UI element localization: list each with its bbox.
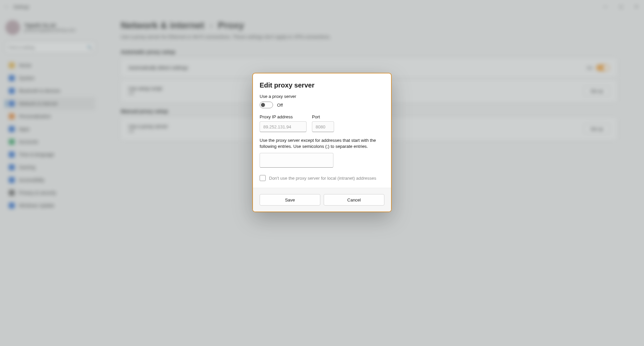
exceptions-label: Use the proxy server except for addresse… — [260, 137, 384, 150]
proxy-port-label: Port — [312, 114, 334, 119]
proxy-ip-label: Proxy IP address — [260, 114, 307, 119]
use-proxy-toggle[interactable] — [260, 102, 273, 108]
dialog-title: Edit proxy server — [260, 81, 384, 89]
proxy-port-input[interactable] — [312, 121, 334, 132]
use-proxy-label: Use a proxy server — [260, 94, 384, 99]
proxy-ip-input[interactable] — [260, 121, 307, 132]
use-proxy-state: Off — [277, 103, 283, 108]
modal-overlay: Edit proxy server Use a proxy server Off… — [0, 0, 644, 346]
exceptions-input[interactable] — [260, 153, 333, 168]
local-bypass-label: Don't use the proxy server for local (in… — [269, 176, 376, 181]
save-button[interactable]: Save — [260, 194, 320, 206]
cancel-button[interactable]: Cancel — [324, 194, 384, 206]
local-bypass-checkbox[interactable] — [260, 175, 266, 181]
edit-proxy-dialog: Edit proxy server Use a proxy server Off… — [253, 73, 391, 212]
